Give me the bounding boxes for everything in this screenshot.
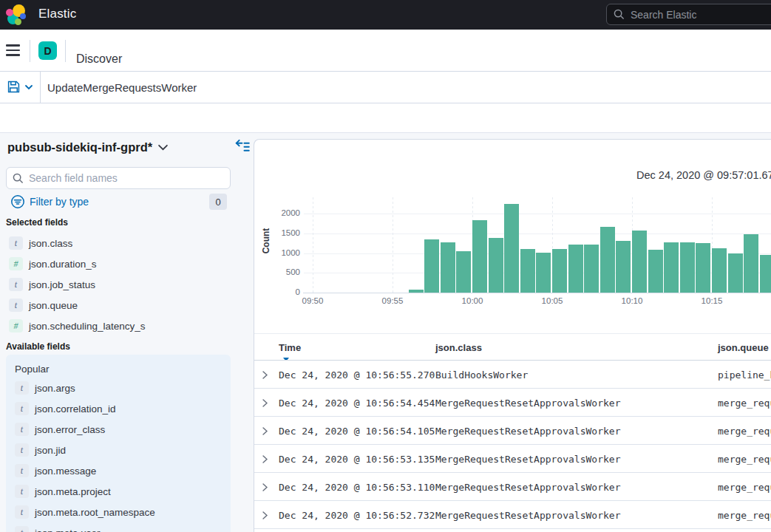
histogram-bar[interactable] [584, 245, 599, 293]
histogram-bar[interactable] [504, 204, 519, 293]
histogram-bar[interactable] [680, 242, 695, 293]
y-tick: 500 [259, 267, 300, 276]
popular-fields-section: Popular tjson.argstjson.correlation_idtj… [6, 355, 231, 532]
field-type-badge: t [15, 485, 29, 498]
expand-row-icon[interactable] [260, 482, 270, 492]
cell-time: Dec 24, 2020 @ 10:56:53.135 [279, 453, 435, 464]
save-query-menu[interactable] [0, 72, 41, 103]
popular-fields-list: tjson.argstjson.correlation_idtjson.erro… [6, 378, 231, 532]
cell-time: Dec 24, 2020 @ 10:56:54.105 [279, 425, 435, 436]
histogram-bar[interactable] [472, 220, 487, 293]
histogram-bar[interactable] [696, 243, 710, 293]
field-item[interactable]: tjson.correlation_id [6, 398, 231, 419]
field-search-box[interactable] [6, 167, 231, 189]
histogram-bar[interactable] [520, 249, 535, 293]
breadcrumb[interactable]: Discover [76, 52, 122, 66]
filter-by-type-link[interactable]: Filter by type [30, 196, 89, 208]
cell-time: Dec 24, 2020 @ 10:56:55.270 [279, 369, 435, 380]
global-search-box[interactable] [606, 4, 771, 25]
discover-app-badge[interactable]: D [38, 41, 57, 60]
divider [65, 40, 66, 62]
histogram-bar[interactable] [616, 241, 631, 293]
field-item[interactable]: #json.scheduling_latency_s [0, 316, 237, 336]
field-item[interactable]: tjson.job_status [0, 274, 237, 295]
expand-row-icon[interactable] [260, 454, 270, 464]
x-tick: 10:00 [462, 296, 483, 305]
field-item[interactable]: tjson.message [6, 460, 231, 481]
table-row: Dec 24, 2020 @ 10:56:52.732MergeRequestR… [254, 501, 771, 529]
histogram-bar[interactable] [600, 227, 615, 293]
field-item[interactable]: tjson.error_class [6, 419, 231, 440]
column-header-json-queue[interactable]: json.queue [718, 342, 769, 353]
cell-json-class: MergeRequestResetApprovalsWorker [435, 453, 620, 464]
histogram-bar[interactable] [536, 253, 551, 293]
cell-json-queue: pipeline_ho [718, 369, 771, 380]
field-item[interactable]: #json.duration_s [0, 253, 237, 274]
top-app-bar: Elastic [0, 0, 771, 30]
cell-json-class: MergeRequestResetApprovalsWorker [435, 509, 620, 520]
field-name: json.args [35, 383, 75, 394]
global-search-input[interactable] [631, 9, 771, 21]
selected-fields-heading: Selected fields [6, 217, 68, 228]
table-row: Dec 24, 2020 @ 10:56:54.105MergeRequestR… [254, 417, 771, 445]
histogram-bar[interactable] [424, 239, 439, 293]
histogram-bar[interactable] [712, 248, 727, 293]
field-name: json.job_status [29, 279, 95, 290]
cell-json-class: MergeRequestResetApprovalsWorker [435, 397, 620, 408]
discover-main-panel: Dec 24, 2020 @ 09:57:01.677 Count 050010… [254, 139, 771, 532]
query-input[interactable] [41, 72, 765, 103]
histogram-bar[interactable] [489, 238, 503, 293]
y-gridline [304, 214, 771, 214]
histogram-bar[interactable] [648, 250, 663, 293]
cell-time: Dec 24, 2020 @ 10:56:54.454 [279, 397, 435, 408]
histogram-bar[interactable] [728, 253, 743, 293]
menu-icon[interactable] [6, 44, 20, 56]
expand-row-icon[interactable] [260, 426, 270, 436]
field-type-badge: # [9, 257, 23, 270]
field-item[interactable]: tjson.class [0, 233, 237, 253]
index-pattern-switcher[interactable]: pubsub-sidekiq-inf-gprd* [7, 140, 168, 154]
field-item[interactable]: tjson.meta.project [6, 481, 231, 502]
x-axis-line [303, 293, 771, 293]
elastic-logo-icon[interactable] [6, 4, 27, 25]
expand-row-icon[interactable] [260, 511, 270, 520]
collapse-sidebar-icon[interactable] [235, 139, 250, 154]
chevron-down-icon [24, 83, 33, 91]
field-name: json.queue [29, 300, 78, 311]
cell-json-class: MergeRequestResetApprovalsWorker [435, 481, 620, 492]
field-type-badge: t [15, 423, 29, 436]
x-tick: 10:05 [542, 296, 563, 305]
field-item[interactable]: tjson.jid [6, 440, 231, 460]
field-item[interactable]: tjson.meta.user [6, 522, 231, 532]
field-type-badge: t [9, 278, 23, 291]
histogram-bar[interactable] [456, 251, 471, 293]
search-icon [614, 9, 625, 20]
field-search-input[interactable] [29, 172, 206, 184]
field-type-badge: t [9, 299, 23, 312]
histogram-bar[interactable] [568, 245, 583, 293]
x-tick: 09:50 [302, 296, 324, 305]
column-header-json-class[interactable]: json.class [435, 342, 482, 353]
histogram-bar[interactable] [632, 231, 647, 293]
histogram-bar[interactable] [760, 255, 771, 293]
y-tick: 0 [259, 287, 300, 296]
popular-heading: Popular [15, 364, 231, 375]
cell-json-class: BuildHooksWorker [435, 369, 528, 380]
field-name: json.message [35, 466, 96, 477]
histogram-bar[interactable] [441, 242, 455, 293]
histogram-bar[interactable] [744, 234, 758, 293]
field-item[interactable]: tjson.queue [0, 295, 237, 316]
histogram-bar[interactable] [552, 249, 567, 293]
field-item[interactable]: tjson.meta.root_namespace [6, 502, 231, 522]
field-type-badge: t [15, 402, 29, 415]
field-name: json.duration_s [29, 259, 97, 270]
field-item[interactable]: tjson.args [6, 378, 231, 398]
histogram-bar[interactable] [664, 242, 679, 293]
content-area: pubsub-sidekiq-inf-gprd* Filter by type … [0, 133, 771, 532]
expand-row-icon[interactable] [260, 398, 270, 408]
index-pattern-title: pubsub-sidekiq-inf-gprd* [7, 140, 152, 154]
expand-row-icon[interactable] [260, 370, 270, 380]
field-name: json.scheduling_latency_s [29, 321, 146, 332]
x-tick: 09:55 [382, 296, 404, 305]
available-fields-heading: Available fields [6, 341, 70, 352]
